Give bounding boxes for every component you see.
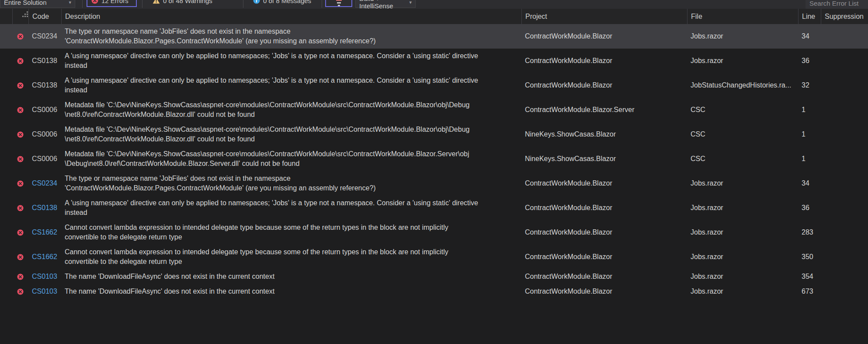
search-placeholder: Search Error List — [809, 0, 859, 7]
messages-button-label: 0 of 8 Messages — [263, 0, 311, 4]
error-description: The type or namespace name 'JobFiles' do… — [61, 24, 521, 49]
error-icon — [12, 82, 28, 89]
error-icon — [12, 274, 28, 280]
error-description: Metadata file 'C:\Dev\NineKeys.ShowCasas… — [61, 147, 521, 171]
error-icon — [12, 180, 28, 187]
scope-dropdown-value: Entire Solution — [4, 0, 47, 6]
error-row[interactable]: CS0006Metadata file 'C:\Dev\NineKeys.Sho… — [0, 147, 868, 171]
error-file: Jobs.razor — [687, 228, 798, 236]
toolbar-separator — [243, 0, 243, 8]
info-icon — [253, 0, 260, 4]
error-rows: CS0234The type or namespace name 'JobFil… — [0, 24, 868, 299]
error-row[interactable]: CS0234The type or namespace name 'JobFil… — [0, 171, 868, 196]
column-header-project[interactable]: Project — [521, 9, 687, 24]
error-project: ContractWorkModule.Blazor — [521, 253, 687, 261]
error-description: The type or namespace name 'JobFiles' do… — [61, 171, 521, 196]
column-header-description[interactable]: Description — [61, 9, 521, 24]
error-project: ContractWorkModule.Blazor.Server — [521, 106, 687, 114]
error-line: 36 — [798, 204, 821, 212]
error-icon — [12, 131, 28, 138]
search-error-list-input[interactable]: Search Error List — [806, 0, 868, 9]
error-icon — [12, 156, 28, 162]
error-icon — [12, 254, 28, 260]
warnings-button-label: 0 of 48 Warnings — [163, 0, 212, 4]
errors-filter-button[interactable]: 12 Errors — [87, 0, 137, 7]
error-row[interactable]: CS0006Metadata file 'C:\Dev\NineKeys.Sho… — [0, 98, 868, 122]
error-row[interactable]: CS0234The type or namespace name 'JobFil… — [0, 24, 868, 49]
column-header-code[interactable]: Code — [28, 9, 61, 24]
error-line: 32 — [798, 81, 821, 89]
error-project: ContractWorkModule.Blazor — [521, 32, 687, 40]
error-line: 1 — [798, 130, 821, 138]
error-icon — [91, 0, 98, 4]
error-row[interactable]: CS0138A 'using namespace' directive can … — [0, 196, 868, 220]
error-line: 1 — [798, 106, 821, 114]
error-list-toolbar: Entire Solution ▾ 12 Errors 0 of 48 Warn… — [0, 0, 868, 9]
error-icon — [12, 33, 28, 40]
error-line: 1 — [798, 155, 821, 163]
error-list-panel: Entire Solution ▾ 12 Errors 0 of 48 Warn… — [0, 0, 868, 344]
warning-icon — [153, 0, 160, 4]
error-row[interactable]: CS0103The name 'DownloadFileAsync' does … — [0, 269, 868, 284]
error-code-link[interactable]: CS0103 — [28, 288, 61, 295]
column-header-line[interactable]: Line — [798, 9, 821, 24]
error-file: CSC — [687, 155, 798, 163]
error-code: CS0006 — [28, 106, 61, 114]
messages-filter-button[interactable]: 0 of 8 Messages — [248, 0, 316, 7]
error-description: Metadata file 'C:\Dev\NineKeys.ShowCasas… — [61, 98, 521, 122]
error-code-link[interactable]: CS0103 — [28, 273, 61, 281]
error-project: ContractWorkModule.Blazor — [521, 81, 687, 89]
toolbar-separator — [322, 0, 322, 8]
toolbar-separator — [82, 0, 83, 8]
error-icon — [12, 288, 28, 295]
filter-icon — [336, 0, 342, 6]
error-project: ContractWorkModule.Blazor — [521, 57, 687, 65]
filter-button[interactable] — [325, 0, 352, 7]
error-file: CSC — [687, 130, 798, 138]
error-row[interactable]: CS1662Cannot convert lambda expression t… — [0, 245, 868, 269]
error-code-link[interactable]: CS0234 — [28, 179, 61, 187]
toolbar-separator — [142, 0, 142, 8]
error-description: A 'using namespace' directive can only b… — [61, 196, 521, 220]
error-file: CSC — [687, 106, 798, 114]
error-project: ContractWorkModule.Blazor — [521, 273, 687, 281]
error-file: Jobs.razor — [687, 204, 798, 212]
error-row[interactable]: CS1662Cannot convert lambda expression t… — [0, 220, 868, 245]
filter-mode-dropdown[interactable]: Build + IntelliSense ▾ — [355, 0, 416, 8]
column-header-row: Code Description Project File Line Suppr… — [0, 9, 868, 24]
error-code-link[interactable]: CS0138 — [28, 204, 61, 212]
error-file: Jobs.razor — [687, 273, 798, 281]
column-header-blank — [0, 9, 12, 24]
chevron-down-icon: ▾ — [409, 0, 412, 5]
error-description: The name 'DownloadFileAsync' does not ex… — [61, 284, 521, 299]
error-line: 354 — [798, 273, 821, 281]
error-code: CS0234 — [28, 32, 61, 40]
error-line: 36 — [798, 57, 821, 65]
error-icon — [12, 58, 28, 64]
error-icon — [12, 205, 28, 211]
error-line: 673 — [798, 288, 821, 295]
error-description: Cannot convert lambda expression to inte… — [61, 220, 521, 245]
column-header-severity[interactable] — [12, 9, 28, 24]
error-file: Jobs.razor — [687, 57, 798, 65]
error-code-link[interactable]: CS1662 — [28, 253, 61, 261]
error-project: ContractWorkModule.Blazor — [521, 228, 687, 236]
error-row[interactable]: CS0006Metadata file 'C:\Dev\NineKeys.Sho… — [0, 122, 868, 147]
column-header-suppression[interactable]: Suppression — [821, 9, 868, 24]
column-header-file[interactable]: File — [687, 9, 798, 24]
error-code: CS0006 — [28, 155, 61, 163]
warnings-filter-button[interactable]: 0 of 48 Warnings — [148, 0, 217, 7]
error-row[interactable]: CS0138A 'using namespace' directive can … — [0, 73, 868, 98]
error-row[interactable]: CS0103The name 'DownloadFileAsync' does … — [0, 284, 868, 299]
error-line: 350 — [798, 253, 821, 261]
error-file: Jobs.razor — [687, 253, 798, 261]
error-code-link[interactable]: CS1662 — [28, 228, 61, 236]
error-code: CS0006 — [28, 130, 61, 138]
chevron-down-icon: ▾ — [69, 0, 71, 5]
scope-dropdown[interactable]: Entire Solution ▾ — [0, 0, 75, 8]
error-icon — [12, 229, 28, 236]
error-row[interactable]: CS0138A 'using namespace' directive can … — [0, 49, 868, 73]
error-project: ContractWorkModule.Blazor — [521, 288, 687, 295]
error-file: Jobs.razor — [687, 32, 798, 40]
error-file: Jobs.razor — [687, 179, 798, 187]
